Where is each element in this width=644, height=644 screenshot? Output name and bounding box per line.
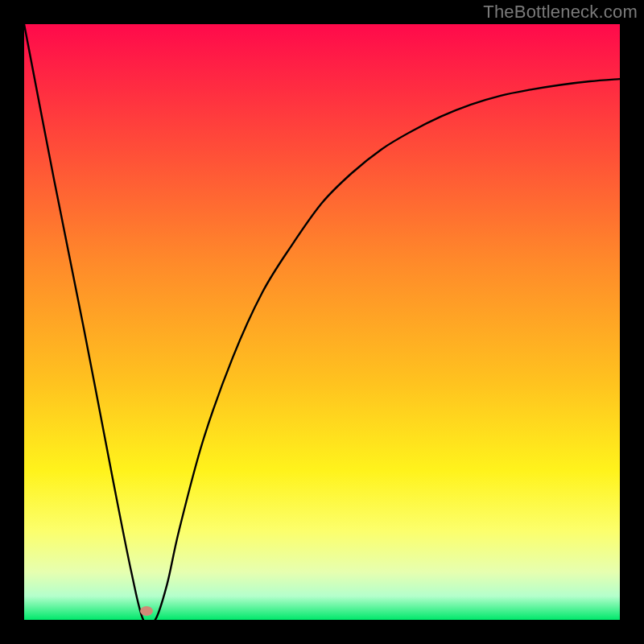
- chart-frame: TheBottleneck.com: [0, 0, 644, 644]
- curve-layer: [24, 24, 620, 620]
- data-marker: [140, 606, 153, 616]
- plot-area: [24, 24, 620, 620]
- bottleneck-curve: [24, 24, 620, 620]
- watermark-text: TheBottleneck.com: [483, 2, 638, 23]
